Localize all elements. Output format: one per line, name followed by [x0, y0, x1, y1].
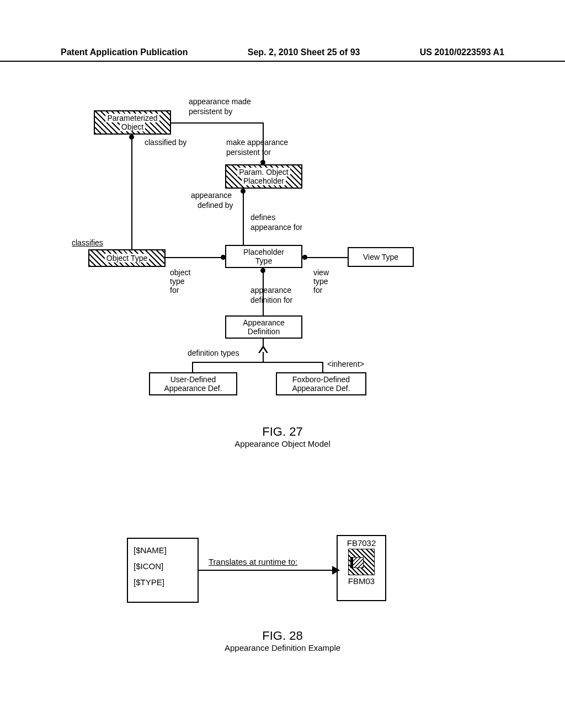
fig27-title: Appearance Object Model [0, 439, 565, 448]
chip-bar-icon [351, 558, 353, 568]
fig27-diagram: Parameterized Object Param. Object Place… [72, 94, 502, 414]
text: Object Type [105, 254, 149, 263]
header-right: US 2010/0223593 A1 [420, 47, 504, 57]
text: Appearance [243, 318, 285, 327]
label-appearance2: appearance [250, 286, 291, 295]
label-inherent: <inherent> [327, 360, 364, 368]
label-for2: for [313, 286, 322, 295]
box-param-object-placeholder: Param. Object Placeholder [225, 164, 302, 189]
fig28-title: Appearance Definition Example [0, 643, 565, 652]
connector-dot [241, 189, 246, 194]
text: View Type [363, 253, 398, 261]
placeholder-name: [$NAME] [134, 545, 192, 555]
text: Appearance Def. [164, 384, 222, 393]
fig28-right-box: FB7032 FBM03 [337, 535, 386, 601]
label-definition-for: definition for [250, 296, 292, 304]
label-appearance-defined-by-1: appearance [191, 191, 232, 200]
page: Patent Application Publication Sep. 2, 2… [0, 0, 565, 728]
arrow-label: Translates at runtime to: [209, 557, 297, 566]
label-type2: type [313, 277, 328, 286]
box-view-type: View Type [348, 247, 414, 267]
text: Object [120, 122, 145, 131]
chip-icon [348, 549, 375, 575]
connector-dot [302, 255, 307, 260]
text: Definition [248, 327, 280, 336]
label-type: type [170, 277, 184, 286]
connector [192, 362, 193, 372]
fig27-number: FIG. 27 [0, 425, 565, 439]
text: User-Defined [170, 375, 216, 384]
label-appearance-for: appearance for [250, 223, 302, 232]
box-object-type: Object Type [88, 249, 166, 267]
label-make-appearance: make appearance [226, 138, 288, 147]
label-persistent-by: persistent by [189, 107, 232, 116]
fig28-left-box: [$NAME] [$ICON] [$TYPE] [127, 538, 199, 603]
connector [131, 135, 132, 249]
label-defines: defines [250, 213, 275, 222]
label-appearance-defined-by-2: defined by [198, 201, 233, 210]
connector [243, 189, 244, 245]
connector [263, 268, 264, 315]
label-definition-types: definition types [188, 349, 239, 357]
connector [166, 257, 225, 258]
connector-dot [221, 255, 226, 260]
box-placeholder-type: Placeholder Type [225, 245, 302, 268]
label-for: for [170, 286, 179, 295]
fig28-number: FIG. 28 [0, 629, 565, 643]
connector [302, 257, 348, 258]
text: Placeholder [243, 248, 284, 256]
connector [263, 122, 264, 164]
connector [263, 352, 264, 362]
label-persistent-for: persistent for [226, 148, 271, 157]
header-left: Patent Application Publication [61, 47, 188, 57]
box-foxboro-defined-def: Foxboro-Defined Appearance Def. [276, 372, 366, 395]
label-view: view [313, 268, 329, 277]
fig27-caption: FIG. 27 Appearance Object Model [0, 425, 565, 448]
text: Placeholder [242, 176, 286, 185]
header-center: Sep. 2, 2010 Sheet 25 of 93 [248, 47, 360, 57]
label-classified-by: classified by [145, 138, 186, 147]
box-user-defined-def: User-Defined Appearance Def. [149, 372, 237, 395]
label-object: object [170, 268, 190, 277]
label-appearance-made: appearance made [189, 97, 251, 106]
rendered-type: FBM03 [338, 576, 385, 586]
fig28-caption: FIG. 28 Appearance Definition Example [0, 629, 565, 652]
box-appearance-definition: Appearance Definition [225, 315, 302, 339]
connector [192, 362, 323, 363]
label-classifies: classifies [72, 238, 103, 247]
text: Foxboro-Defined [292, 375, 350, 384]
rendered-name: FB7032 [338, 538, 385, 548]
connector [322, 362, 323, 372]
arrow-line [199, 570, 335, 571]
connector [171, 122, 264, 124]
text: Type [255, 256, 272, 265]
fig28-diagram: [$NAME] [$ICON] [$TYPE] Translates at ru… [127, 529, 436, 623]
placeholder-icon: [$ICON] [134, 561, 192, 571]
text: Param. Object [237, 168, 290, 176]
page-header: Patent Application Publication Sep. 2, 2… [0, 47, 565, 62]
text: Appearance Def. [292, 384, 350, 393]
connector-dot [129, 135, 134, 140]
box-parameterized-object: Parameterized Object [94, 110, 171, 135]
text: Parameterized [105, 114, 159, 122]
connector-dot [260, 268, 265, 273]
placeholder-type: [$TYPE] [134, 577, 192, 587]
connector-dot [260, 160, 265, 165]
